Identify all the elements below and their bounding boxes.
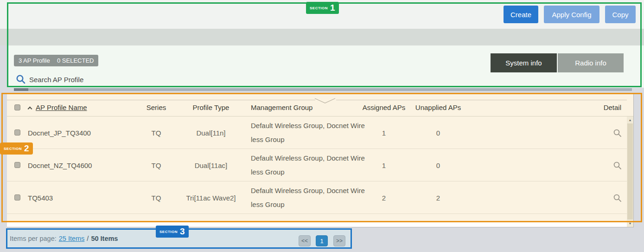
cell-assigned-aps: 2 bbox=[357, 181, 411, 214]
divider-band bbox=[0, 29, 644, 45]
column-header-name[interactable]: AP Profile Name bbox=[36, 103, 87, 111]
column-header-profile-type: Profile Type bbox=[181, 103, 241, 111]
filter-panel: 3 AP Profile 0 SELECTED System info Radi… bbox=[7, 45, 644, 88]
vertical-scrollbar-thumb[interactable] bbox=[627, 123, 633, 220]
sort-ascending-icon[interactable] bbox=[28, 107, 32, 111]
detail-magnifier-icon[interactable] bbox=[613, 116, 622, 149]
row-checkbox[interactable] bbox=[14, 129, 20, 136]
table-row: Docnet_NZ_TQ4600 TQ Dual[11ac] Default W… bbox=[7, 149, 633, 181]
scroll-down-arrow-icon[interactable]: ▼ bbox=[627, 222, 633, 225]
row-checkbox[interactable] bbox=[14, 162, 20, 168]
scroll-up-arrow-icon[interactable]: ▲ bbox=[627, 118, 633, 122]
search-input[interactable] bbox=[29, 74, 178, 84]
copy-button[interactable]: Copy bbox=[605, 6, 636, 23]
cell-assigned-aps: 1 bbox=[357, 149, 411, 181]
column-header-assigned-aps: Assigned APs bbox=[357, 103, 411, 111]
items-per-page-group: Items per page: 25 Items / 50 Items bbox=[10, 228, 118, 249]
vertical-scrollbar[interactable]: ▲ ▼ bbox=[627, 116, 633, 227]
section2-annotation-badge: SECTION 2 bbox=[0, 142, 33, 155]
cell-management-group: Default Wireless Group, Docnet Wireless … bbox=[251, 181, 365, 214]
cell-assigned-aps: 1 bbox=[357, 116, 411, 149]
table-container: AP Profile Name Series Profile Type Mana… bbox=[7, 93, 634, 227]
cell-management-group: Default Wireless Group, Docnet Wireless … bbox=[251, 149, 365, 181]
table-header-row: AP Profile Name Series Profile Type Mana… bbox=[7, 100, 633, 116]
cell-unapplied-aps: 0 bbox=[411, 116, 465, 149]
selected-count-badge: 0 SELECTED bbox=[52, 55, 98, 66]
column-header-series: Series bbox=[132, 103, 180, 111]
apply-config-button[interactable]: Apply Config bbox=[544, 6, 599, 23]
section1-word: SECTION bbox=[310, 6, 328, 10]
select-all-checkbox[interactable] bbox=[14, 104, 20, 110]
detail-magnifier-icon[interactable] bbox=[613, 149, 622, 181]
ap-profile-page: Create Apply Config Copy 3 AP Profile 0 … bbox=[0, 0, 644, 252]
section3-word: SECTION bbox=[159, 230, 178, 234]
cell-series: TQ bbox=[132, 149, 180, 181]
table-row: Docnet_JP_TQ3400 TQ Dual[11n] Default Wi… bbox=[7, 116, 633, 149]
column-header-detail: Detail bbox=[604, 103, 621, 111]
column-header-unapplied-aps: Unapplied APs bbox=[411, 103, 465, 111]
search-icon bbox=[16, 74, 26, 86]
horizontal-scrollbar-thumb[interactable] bbox=[14, 88, 28, 91]
current-page-button[interactable]: 1 bbox=[316, 235, 328, 246]
tab-radio-info[interactable]: Radio info bbox=[558, 53, 624, 72]
cell-series: TQ bbox=[132, 181, 180, 214]
detail-magnifier-icon[interactable] bbox=[613, 181, 622, 214]
table-row: TQ5403 TQ Tri[11ac Wave2] Default Wirele… bbox=[7, 181, 633, 214]
total-items-label: 50 Items bbox=[91, 235, 118, 242]
cell-profile-name: Docnet_JP_TQ3400 bbox=[28, 116, 91, 149]
management-group-text: Default Wireless Group, Docnet Wireless … bbox=[251, 119, 365, 147]
tab-system-info[interactable]: System info bbox=[491, 53, 557, 72]
section3-number: 3 bbox=[180, 226, 185, 237]
items-per-page-label: Items per page: bbox=[10, 235, 57, 242]
section2-word: SECTION bbox=[4, 147, 22, 151]
cell-profile-name: TQ5403 bbox=[28, 181, 53, 214]
cell-unapplied-aps: 2 bbox=[411, 181, 465, 214]
ap-profile-table: AP Profile Name Series Profile Type Mana… bbox=[7, 93, 633, 222]
cell-profile-type: Dual[11n] bbox=[181, 116, 241, 149]
horizontal-scrollbar[interactable] bbox=[14, 88, 632, 91]
create-button[interactable]: Create bbox=[504, 6, 538, 23]
cell-series: TQ bbox=[132, 116, 180, 149]
next-page-button[interactable]: >> bbox=[333, 235, 345, 246]
cell-unapplied-aps: 0 bbox=[411, 149, 465, 181]
cell-profile-type: Dual[11ac] bbox=[181, 149, 241, 181]
cell-profile-type: Tri[11ac Wave2] bbox=[181, 181, 241, 214]
previous-page-button[interactable]: << bbox=[299, 235, 311, 246]
profile-count-badge: 3 AP Profile bbox=[14, 55, 55, 66]
section2-number: 2 bbox=[24, 143, 29, 154]
cell-profile-name: Docnet_NZ_TQ4600 bbox=[28, 149, 92, 181]
pagination-separator: / bbox=[87, 235, 89, 242]
column-header-management-group: Management Group bbox=[251, 103, 312, 111]
section1-annotation-badge: SECTION 1 bbox=[306, 2, 339, 14]
cell-management-group: Default Wireless Group, Docnet Wireless … bbox=[251, 116, 365, 149]
management-group-text: Default Wireless Group, Docnet Wireless … bbox=[251, 184, 365, 212]
page-size-link[interactable]: 25 Items bbox=[59, 235, 85, 242]
management-group-text: Default Wireless Group, Docnet Wireless … bbox=[251, 151, 365, 179]
section1-number: 1 bbox=[330, 3, 335, 13]
section3-annotation-badge: SECTION 3 bbox=[156, 226, 189, 238]
row-checkbox[interactable] bbox=[14, 194, 20, 200]
